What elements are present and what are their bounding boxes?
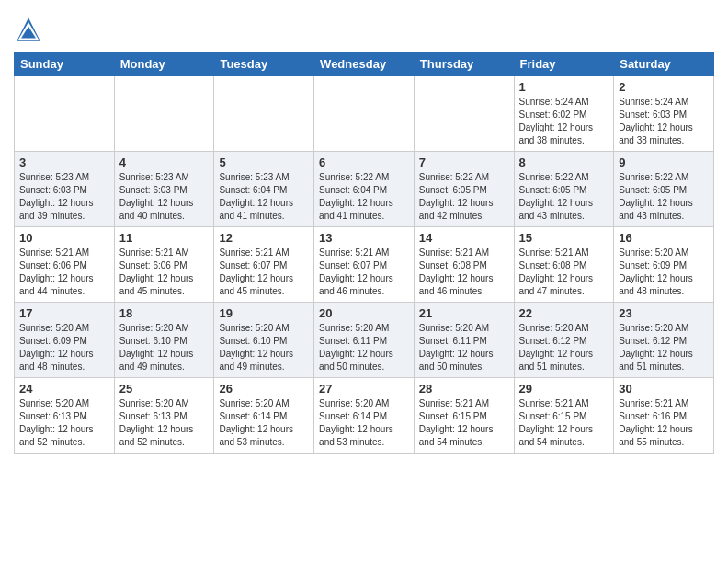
day-number: 15 <box>519 231 609 245</box>
day-info: Sunrise: 5:20 AM Sunset: 6:11 PM Dayligh… <box>319 322 409 373</box>
day-number: 29 <box>519 382 609 396</box>
day-info: Sunrise: 5:20 AM Sunset: 6:11 PM Dayligh… <box>419 322 509 373</box>
day-info: Sunrise: 5:20 AM Sunset: 6:14 PM Dayligh… <box>319 397 409 449</box>
day-info: Sunrise: 5:23 AM Sunset: 6:03 PM Dayligh… <box>19 171 109 223</box>
day-number: 5 <box>219 155 309 169</box>
calendar-cell <box>15 76 115 152</box>
calendar-cell: 15Sunrise: 5:21 AM Sunset: 6:08 PM Dayli… <box>514 227 614 303</box>
day-number: 22 <box>519 306 609 320</box>
day-info: Sunrise: 5:20 AM Sunset: 6:13 PM Dayligh… <box>119 397 210 449</box>
day-number: 16 <box>619 231 709 245</box>
logo-icon <box>14 15 43 44</box>
calendar-header-monday: Monday <box>114 52 214 76</box>
day-info: Sunrise: 5:20 AM Sunset: 6:10 PM Dayligh… <box>119 322 210 373</box>
day-number: 10 <box>19 231 109 245</box>
day-info: Sunrise: 5:20 AM Sunset: 6:10 PM Dayligh… <box>219 322 309 373</box>
calendar-header-friday: Friday <box>514 52 614 76</box>
day-number: 13 <box>319 231 409 245</box>
day-info: Sunrise: 5:22 AM Sunset: 6:05 PM Dayligh… <box>519 171 609 223</box>
calendar-week-row: 1Sunrise: 5:24 AM Sunset: 6:02 PM Daylig… <box>15 76 714 152</box>
day-info: Sunrise: 5:20 AM Sunset: 6:12 PM Dayligh… <box>519 322 609 373</box>
day-info: Sunrise: 5:21 AM Sunset: 6:15 PM Dayligh… <box>519 397 609 449</box>
day-info: Sunrise: 5:20 AM Sunset: 6:09 PM Dayligh… <box>619 247 709 298</box>
day-number: 28 <box>419 382 509 396</box>
day-info: Sunrise: 5:24 AM Sunset: 6:03 PM Dayligh… <box>619 96 709 147</box>
day-info: Sunrise: 5:21 AM Sunset: 6:15 PM Dayligh… <box>419 397 509 449</box>
calendar-week-row: 24Sunrise: 5:20 AM Sunset: 6:13 PM Dayli… <box>15 378 714 454</box>
calendar-cell: 10Sunrise: 5:21 AM Sunset: 6:06 PM Dayli… <box>15 227 115 303</box>
calendar-header-wednesday: Wednesday <box>314 52 415 76</box>
day-number: 20 <box>319 306 409 320</box>
day-info: Sunrise: 5:21 AM Sunset: 6:16 PM Dayligh… <box>619 397 709 449</box>
calendar-cell: 27Sunrise: 5:20 AM Sunset: 6:14 PM Dayli… <box>314 378 415 454</box>
day-info: Sunrise: 5:20 AM Sunset: 6:09 PM Dayligh… <box>19 322 109 373</box>
calendar-cell: 23Sunrise: 5:20 AM Sunset: 6:12 PM Dayli… <box>614 303 714 378</box>
calendar-cell: 4Sunrise: 5:23 AM Sunset: 6:03 PM Daylig… <box>114 152 214 227</box>
calendar-cell <box>214 76 314 152</box>
day-number: 26 <box>219 382 309 396</box>
day-info: Sunrise: 5:21 AM Sunset: 6:08 PM Dayligh… <box>419 247 509 298</box>
calendar-header-row: SundayMondayTuesdayWednesdayThursdayFrid… <box>15 52 714 76</box>
calendar-table: SundayMondayTuesdayWednesdayThursdayFrid… <box>14 52 714 454</box>
calendar-week-row: 10Sunrise: 5:21 AM Sunset: 6:06 PM Dayli… <box>15 227 714 303</box>
calendar-cell <box>114 76 214 152</box>
day-info: Sunrise: 5:22 AM Sunset: 6:05 PM Dayligh… <box>419 171 509 223</box>
calendar-cell: 30Sunrise: 5:21 AM Sunset: 6:16 PM Dayli… <box>614 378 714 454</box>
calendar-cell: 21Sunrise: 5:20 AM Sunset: 6:11 PM Dayli… <box>414 303 514 378</box>
day-number: 30 <box>619 382 709 396</box>
calendar-cell: 2Sunrise: 5:24 AM Sunset: 6:03 PM Daylig… <box>614 76 714 152</box>
calendar-cell: 20Sunrise: 5:20 AM Sunset: 6:11 PM Dayli… <box>314 303 415 378</box>
calendar-week-row: 17Sunrise: 5:20 AM Sunset: 6:09 PM Dayli… <box>15 303 714 378</box>
calendar-header-saturday: Saturday <box>614 52 714 76</box>
day-info: Sunrise: 5:20 AM Sunset: 6:13 PM Dayligh… <box>19 397 109 449</box>
day-number: 8 <box>519 155 609 169</box>
day-number: 1 <box>519 80 609 94</box>
calendar-cell: 18Sunrise: 5:20 AM Sunset: 6:10 PM Dayli… <box>114 303 214 378</box>
day-info: Sunrise: 5:22 AM Sunset: 6:04 PM Dayligh… <box>319 171 409 223</box>
day-number: 19 <box>219 306 309 320</box>
calendar-cell: 14Sunrise: 5:21 AM Sunset: 6:08 PM Dayli… <box>414 227 514 303</box>
day-number: 3 <box>19 155 109 169</box>
day-info: Sunrise: 5:21 AM Sunset: 6:08 PM Dayligh… <box>519 247 609 298</box>
calendar-cell: 29Sunrise: 5:21 AM Sunset: 6:15 PM Dayli… <box>514 378 614 454</box>
day-number: 6 <box>319 155 409 169</box>
calendar-cell: 11Sunrise: 5:21 AM Sunset: 6:06 PM Dayli… <box>114 227 214 303</box>
day-number: 18 <box>119 306 210 320</box>
calendar-cell: 13Sunrise: 5:21 AM Sunset: 6:07 PM Dayli… <box>314 227 415 303</box>
calendar-cell: 8Sunrise: 5:22 AM Sunset: 6:05 PM Daylig… <box>514 152 614 227</box>
calendar-cell <box>314 76 415 152</box>
day-info: Sunrise: 5:23 AM Sunset: 6:03 PM Dayligh… <box>119 171 210 223</box>
calendar-cell: 1Sunrise: 5:24 AM Sunset: 6:02 PM Daylig… <box>514 76 614 152</box>
day-number: 4 <box>119 155 210 169</box>
calendar-header-sunday: Sunday <box>15 52 115 76</box>
calendar-cell: 17Sunrise: 5:20 AM Sunset: 6:09 PM Dayli… <box>15 303 115 378</box>
day-number: 12 <box>219 231 309 245</box>
calendar-cell: 19Sunrise: 5:20 AM Sunset: 6:10 PM Dayli… <box>214 303 314 378</box>
calendar-cell: 28Sunrise: 5:21 AM Sunset: 6:15 PM Dayli… <box>414 378 514 454</box>
day-info: Sunrise: 5:20 AM Sunset: 6:12 PM Dayligh… <box>619 322 709 373</box>
day-info: Sunrise: 5:22 AM Sunset: 6:05 PM Dayligh… <box>619 171 709 223</box>
calendar-cell: 5Sunrise: 5:23 AM Sunset: 6:04 PM Daylig… <box>214 152 314 227</box>
calendar-header-tuesday: Tuesday <box>214 52 314 76</box>
calendar-cell: 3Sunrise: 5:23 AM Sunset: 6:03 PM Daylig… <box>15 152 115 227</box>
day-info: Sunrise: 5:21 AM Sunset: 6:06 PM Dayligh… <box>119 247 210 298</box>
day-number: 24 <box>19 382 109 396</box>
day-number: 23 <box>619 306 709 320</box>
day-info: Sunrise: 5:20 AM Sunset: 6:14 PM Dayligh… <box>219 397 309 449</box>
day-number: 27 <box>319 382 409 396</box>
day-number: 25 <box>119 382 210 396</box>
day-info: Sunrise: 5:21 AM Sunset: 6:06 PM Dayligh… <box>19 247 109 298</box>
header <box>14 9 714 44</box>
calendar-cell: 22Sunrise: 5:20 AM Sunset: 6:12 PM Dayli… <box>514 303 614 378</box>
calendar-cell: 16Sunrise: 5:20 AM Sunset: 6:09 PM Dayli… <box>614 227 714 303</box>
day-number: 2 <box>619 80 709 94</box>
logo <box>14 15 47 44</box>
calendar-cell: 6Sunrise: 5:22 AM Sunset: 6:04 PM Daylig… <box>314 152 415 227</box>
day-number: 7 <box>419 155 509 169</box>
day-number: 11 <box>119 231 210 245</box>
day-info: Sunrise: 5:24 AM Sunset: 6:02 PM Dayligh… <box>519 96 609 147</box>
day-number: 21 <box>419 306 509 320</box>
day-info: Sunrise: 5:21 AM Sunset: 6:07 PM Dayligh… <box>219 247 309 298</box>
day-number: 14 <box>419 231 509 245</box>
calendar-week-row: 3Sunrise: 5:23 AM Sunset: 6:03 PM Daylig… <box>15 152 714 227</box>
